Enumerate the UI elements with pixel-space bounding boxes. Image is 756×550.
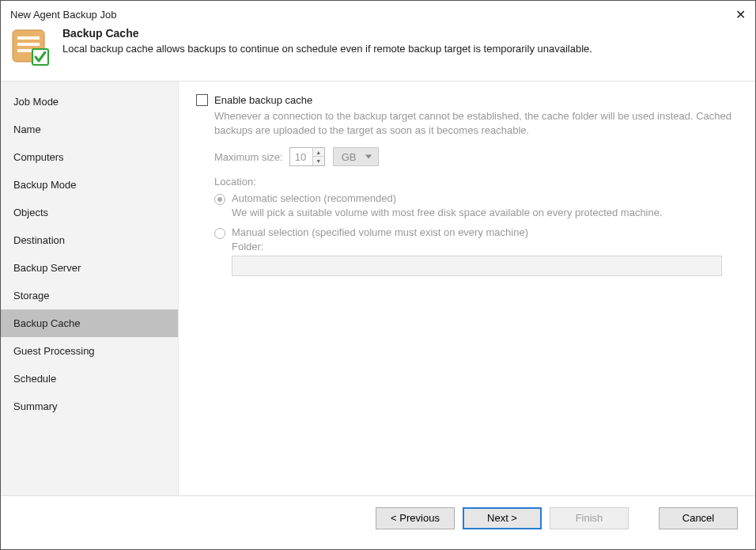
- sidebar-item-destination[interactable]: Destination: [1, 226, 178, 254]
- sidebar-item-name[interactable]: Name: [1, 116, 178, 143]
- sidebar-item-label: Objects: [13, 207, 48, 218]
- cancel-button[interactable]: Cancel: [659, 507, 738, 529]
- svg-rect-1: [17, 36, 40, 40]
- sidebar-item-backup-cache[interactable]: Backup Cache: [1, 309, 178, 337]
- wizard-sidebar: Job ModeNameComputersBackup ModeObjectsD…: [1, 82, 179, 495]
- sidebar-item-objects[interactable]: Objects: [1, 199, 178, 226]
- spinner-down-icon[interactable]: ▼: [313, 157, 324, 165]
- radio-automatic-help: We will pick a suitable volume with most…: [232, 207, 738, 218]
- unit-value: GB: [342, 151, 357, 163]
- next-button[interactable]: Next >: [463, 507, 542, 529]
- location-label: Location:: [214, 176, 738, 188]
- radio-automatic-label: Automatic selection (recommended): [232, 192, 396, 204]
- folder-label: Folder:: [232, 241, 738, 252]
- unit-dropdown[interactable]: GB: [333, 147, 380, 166]
- backup-cache-icon: [10, 27, 50, 66]
- enable-backup-cache-checkbox[interactable]: [196, 94, 208, 106]
- spinner-up-icon[interactable]: ▲: [313, 148, 324, 157]
- folder-input[interactable]: [232, 256, 722, 276]
- radio-automatic[interactable]: [214, 194, 225, 205]
- sidebar-item-label: Guest Processing: [13, 345, 95, 357]
- wizard-footer: < Previous Next > Finish Cancel: [1, 495, 755, 540]
- enable-backup-cache-help: Whenever a connection to the backup targ…: [214, 109, 736, 138]
- header-title: Backup Cache: [62, 27, 592, 40]
- sidebar-item-label: Backup Mode: [13, 179, 77, 191]
- sidebar-item-job-mode[interactable]: Job Mode: [1, 88, 178, 116]
- sidebar-item-summary[interactable]: Summary: [1, 393, 178, 420]
- wizard-header: Backup Cache Local backup cache allows b…: [1, 27, 755, 82]
- sidebar-item-label: Summary: [13, 400, 58, 412]
- sidebar-item-label: Destination: [13, 234, 65, 246]
- sidebar-item-schedule[interactable]: Schedule: [1, 365, 178, 393]
- svg-rect-3: [17, 49, 32, 52]
- sidebar-item-label: Job Mode: [13, 96, 59, 108]
- header-description: Local backup cache allows backups to con…: [62, 43, 592, 55]
- finish-button: Finish: [550, 507, 629, 529]
- sidebar-item-storage[interactable]: Storage: [1, 282, 178, 309]
- radio-manual-label: Manual selection (specified volume must …: [232, 226, 528, 238]
- sidebar-item-guest-processing[interactable]: Guest Processing: [1, 337, 178, 365]
- sidebar-item-label: Schedule: [13, 373, 56, 385]
- window-title: New Agent Backup Job: [10, 9, 116, 21]
- sidebar-item-label: Backup Server: [13, 262, 81, 274]
- sidebar-item-label: Computers: [13, 151, 64, 163]
- radio-manual[interactable]: [214, 228, 225, 239]
- sidebar-item-label: Storage: [13, 290, 50, 302]
- max-size-label: Maximum size:: [214, 151, 283, 163]
- svg-rect-2: [17, 43, 40, 46]
- sidebar-item-label: Backup Cache: [13, 317, 81, 329]
- max-size-spinner[interactable]: 10 ▲ ▼: [289, 147, 325, 166]
- max-size-value: 10: [290, 148, 312, 165]
- sidebar-item-backup-mode[interactable]: Backup Mode: [1, 171, 178, 199]
- sidebar-item-computers[interactable]: Computers: [1, 143, 178, 171]
- title-bar: New Agent Backup Job ✕: [1, 1, 755, 27]
- close-icon[interactable]: ✕: [735, 7, 746, 22]
- sidebar-item-backup-server[interactable]: Backup Server: [1, 254, 178, 282]
- sidebar-item-label: Name: [13, 123, 41, 135]
- main-panel: Enable backup cache Whenever a connectio…: [179, 82, 755, 495]
- enable-backup-cache-label: Enable backup cache: [214, 94, 312, 106]
- previous-button[interactable]: < Previous: [376, 507, 455, 529]
